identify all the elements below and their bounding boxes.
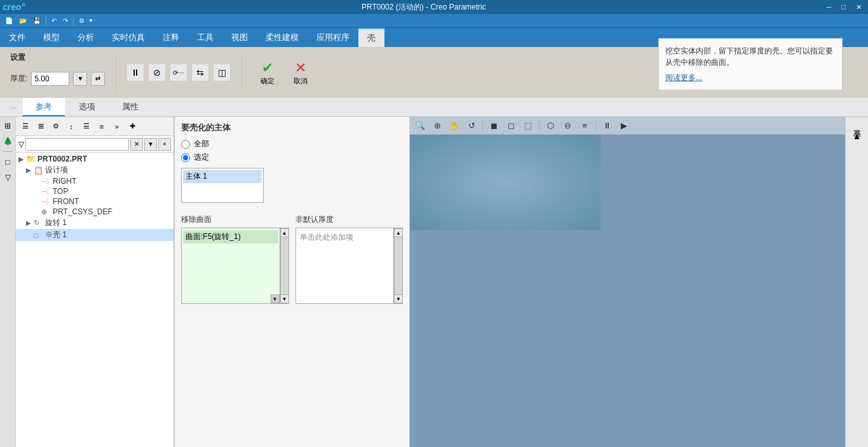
tree-item-right[interactable]: ─⃞ RIGHT [16, 176, 173, 186]
surface-list-item[interactable]: 曲面:F5(旋转_1) [183, 230, 278, 244]
menu-view[interactable]: 视图 [222, 28, 257, 47]
remove-surface-label: 移除曲面 [181, 214, 289, 225]
more-view-btn[interactable]: ▶ [616, 119, 632, 133]
settings-button[interactable]: ⚙ [76, 16, 87, 25]
tree-item-design[interactable]: ▶ 📋 设计项 [16, 164, 173, 176]
tree-extra2[interactable]: ≡ [95, 120, 109, 134]
tree-content: ▶ 📁 PRT0002.PRT ▶ 📋 设计项 ─⃞ RIGHT ─⃞ TOP [16, 153, 173, 447]
menu-shell[interactable]: 壳 [358, 28, 384, 47]
radio-all[interactable] [181, 140, 190, 149]
thickness-scroll-up[interactable]: ▲ [394, 228, 403, 237]
tab-bar: ··· 参考 选项 属性 [0, 98, 868, 117]
help-link[interactable]: 阅读更多... [665, 72, 836, 83]
close-button[interactable]: ✕ [852, 3, 865, 11]
left-tool-grid[interactable]: ⊞ [1, 120, 14, 132]
tree-columns-btn[interactable]: ⊞ [34, 120, 48, 134]
tab-properties[interactable]: 属性 [109, 98, 151, 116]
flip-button[interactable]: ⇆ [191, 64, 209, 81]
zoom-fit-btn[interactable]: 🔍 [412, 119, 428, 133]
thickness-flip-btn[interactable]: ⇄ [91, 72, 105, 86]
surface-scroll-down[interactable]: ▼ [280, 294, 289, 303]
thickness-list[interactable]: 单击此处添加项 [295, 228, 395, 304]
tree-item-top[interactable]: ─⃞ TOP [16, 186, 173, 196]
tree-search-input[interactable] [25, 138, 129, 151]
section-btn[interactable]: ⊖ [560, 119, 575, 133]
surface-list[interactable]: 曲面:F5(旋转_1) ▼ [181, 228, 280, 304]
save-button[interactable]: 💾 [31, 16, 43, 25]
redo-button[interactable]: ↷ [60, 16, 71, 25]
menu-file[interactable]: 文件 [0, 28, 34, 47]
tab-options[interactable]: 选项 [66, 98, 108, 116]
quickbar-dropdown[interactable]: ▼ [88, 18, 93, 24]
thickness-list-container: 单击此处添加项 ▲ ▼ [295, 228, 403, 304]
left-tool-filter[interactable]: ▽ [1, 171, 14, 184]
layer-btn[interactable]: ≡ [577, 119, 592, 133]
left-tool-square[interactable]: □ [1, 156, 14, 168]
shading-btn[interactable]: ◼ [486, 119, 501, 133]
tree-list-btn[interactable]: ☰ [18, 120, 32, 134]
confirm-button[interactable]: ✔ 确定 [252, 57, 283, 89]
pause-button[interactable]: ⏸ [126, 64, 144, 81]
undo-button[interactable]: ↶ [49, 16, 59, 25]
help-text: 挖空实体内部，留下指定厚度的壳。您可以指定要从壳中移除的曲面。 [665, 46, 833, 67]
body-section: 要壳化的主体 全部 选定 主体 1 [175, 117, 409, 214]
tree-search-clear[interactable]: ✕ [130, 138, 143, 151]
thickness-input[interactable] [31, 72, 69, 86]
radio-selected-row[interactable]: 选定 [181, 152, 403, 163]
menu-model[interactable]: 模型 [34, 28, 69, 47]
rotate-btn[interactable]: ↺ [464, 119, 479, 133]
tree-search-down[interactable]: ▼ [144, 138, 157, 151]
confirm-label: 确定 [261, 76, 275, 86]
edge-btn[interactable]: ⬚ [520, 119, 536, 133]
radio-selected[interactable] [181, 153, 190, 162]
tree-extra1[interactable]: ☰ [79, 120, 93, 134]
tab-reference[interactable]: 参考 [23, 98, 65, 116]
body-list-item[interactable]: 主体 1 [183, 170, 262, 183]
vtb-sep2 [539, 121, 539, 131]
surface-scroll-btn[interactable]: ▼ [271, 294, 280, 303]
new-button[interactable]: 📄 [3, 16, 15, 25]
view-3d-btn[interactable]: ⬡ [543, 119, 558, 133]
confirm-icon: ✔ [262, 60, 273, 76]
tree-item-revolve[interactable]: ▶ ↻ 旋转 1 [16, 217, 173, 229]
3d-scene[interactable]: 5.00 O_THICK Z X Y PRT_CSY [410, 135, 600, 230]
open-button[interactable]: 📂 [17, 16, 29, 25]
right-label: RIGHT [53, 177, 76, 186]
maximize-button[interactable]: □ [837, 3, 850, 11]
preview-btn[interactable]: ⟳⋯ [170, 64, 187, 81]
tree-settings-btn[interactable]: ⚙ [49, 120, 63, 134]
3d-viewport[interactable]: 🔍 ⊕ ✋ ↺ ◼ ◻ ⬚ ⬡ ⊖ ≡ ⏸ ▶ [410, 117, 868, 447]
cancel-button[interactable]: ✕ 取消 [285, 57, 316, 89]
radio-all-row[interactable]: 全部 [181, 139, 403, 149]
surface-scrollbar: ▲ ▼ [280, 228, 289, 304]
thickness-placeholder[interactable]: 单击此处添加项 [297, 230, 393, 245]
tree-search-add[interactable]: + [158, 138, 171, 151]
minimize-button[interactable]: ─ [823, 3, 836, 11]
menu-flexible[interactable]: 柔性建模 [257, 28, 308, 47]
menu-tools[interactable]: 工具 [188, 28, 222, 47]
menu-annotate[interactable]: 注释 [154, 28, 188, 47]
thickness-arrow-btn[interactable]: ▼ [73, 72, 87, 86]
pause-view-btn[interactable]: ⏸ [599, 119, 614, 133]
menu-analysis[interactable]: 分析 [69, 28, 103, 47]
menu-apps[interactable]: 应用程序 [308, 28, 358, 47]
wireframe-btn[interactable]: ◻ [503, 119, 519, 133]
design-label: 设计项 [45, 165, 68, 175]
tree-add[interactable]: ✚ [125, 120, 139, 134]
tree-item-csys[interactable]: ⊕ PRT_CSYS_DEF [16, 207, 173, 217]
sidebar-up-btn[interactable]: ▲ [850, 128, 865, 144]
left-tool-tree[interactable]: 🌲 [1, 135, 14, 148]
surface-scroll-up[interactable]: ▲ [280, 228, 289, 237]
stop-button[interactable]: ⊘ [148, 64, 166, 81]
pan-btn[interactable]: ✋ [447, 119, 462, 133]
tree-item-shell[interactable]: □ ※壳 1 [16, 229, 173, 241]
section-button[interactable]: ◫ [213, 64, 231, 81]
tree-more[interactable]: » [110, 120, 124, 134]
body-list[interactable]: 主体 1 [181, 168, 264, 203]
tree-item-front[interactable]: ─⃞ FRONT [16, 196, 173, 207]
menu-simulation[interactable]: 实时仿真 [103, 28, 154, 47]
zoom-in-btn[interactable]: ⊕ [430, 119, 445, 133]
tree-sort-btn[interactable]: ↕ [64, 120, 78, 134]
tree-root-item[interactable]: ▶ 📁 PRT0002.PRT [16, 154, 173, 164]
thickness-scroll-down[interactable]: ▼ [394, 294, 403, 303]
